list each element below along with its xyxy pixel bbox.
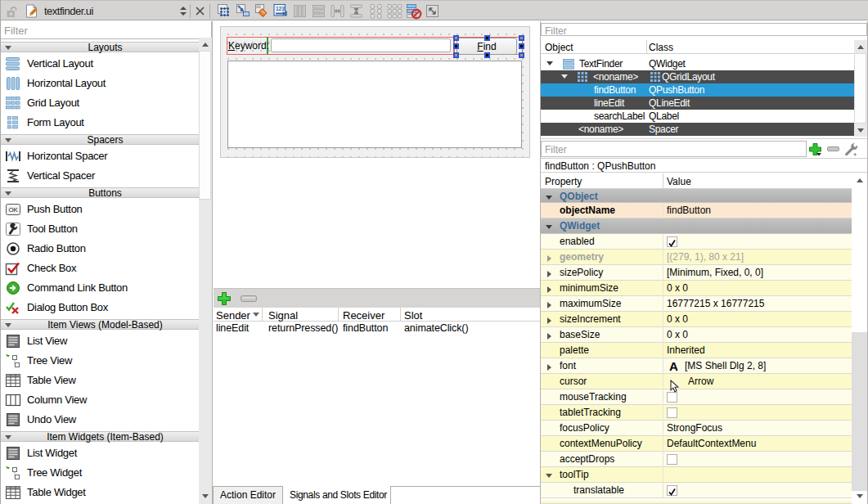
svg-text:123: 123 (276, 6, 285, 11)
svg-text:OK: OK (9, 206, 19, 214)
